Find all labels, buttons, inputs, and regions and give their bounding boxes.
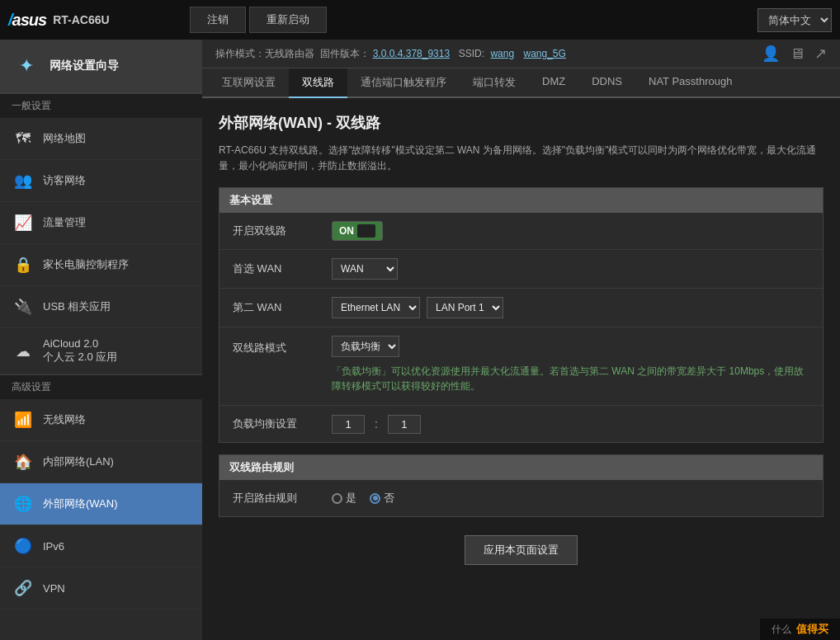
sidebar-item-vpn[interactable]: 🔗 VPN — [0, 567, 202, 609]
secondary-wan-type-select[interactable]: Ethernet LAN USB — [332, 297, 420, 318]
ssid1[interactable]: wang — [490, 48, 514, 59]
sidebar-item-label: 访客网络 — [43, 173, 86, 188]
primary-wan-control: WAN LAN — [332, 258, 809, 280]
reboot-button[interactable]: 重新启动 — [249, 7, 327, 33]
usb-icon: 🔌 — [12, 295, 35, 318]
mode-cell: 负载均衡 故障转移 「负载均衡」可以优化资源使用并最大化流通量。若首选与第二 W… — [332, 336, 809, 397]
main-layout: ✦ 网络设置向导 一般设置 🗺 网络地图 👥 访客网络 📈 流量管理 🔒 家长电… — [0, 40, 840, 640]
sidebar-item-wireless[interactable]: 📶 无线网络 — [0, 399, 202, 441]
secondary-wan-port-select[interactable]: LAN Port 1 LAN Port 2 LAN Port 3 LAN Por… — [427, 297, 503, 318]
vpn-icon: 🔗 — [12, 576, 35, 600]
basic-settings-header: 基本设置 — [219, 188, 823, 213]
routing-radio-no[interactable]: 否 — [370, 491, 394, 506]
enable-dualwan-control: ON — [332, 221, 809, 241]
lan-icon: 🏠 — [12, 450, 35, 473]
sidebar-item-label: IPv6 — [43, 540, 64, 553]
toggle-on-text: ON — [339, 225, 354, 237]
wan-icon: 🌐 — [12, 492, 35, 515]
bottom-prefix: 什么 — [772, 623, 791, 637]
routing-rules-section: 双线路由规则 开启路由规则 是 — [219, 454, 823, 517]
dualwan-mode-control: 负载均衡 故障转移 「负载均衡」可以优化资源使用并最大化流通量。若首选与第二 W… — [332, 336, 809, 397]
tab-internet[interactable]: 互联网设置 — [209, 68, 289, 98]
apply-section: 应用本页面设置 — [219, 529, 823, 565]
ipv6-icon: 🔵 — [12, 534, 35, 558]
language-select[interactable]: 简体中文 — [757, 8, 832, 32]
content-area: 操作模式：无线路由器 固件版本： 3.0.0.4.378_9313 SSID: … — [202, 40, 840, 640]
radio-yes-btn[interactable] — [332, 493, 342, 504]
ratio-val2-input[interactable] — [388, 415, 421, 434]
toggle-knob — [357, 224, 375, 238]
sidebar-item-traffic[interactable]: 📈 流量管理 — [0, 202, 202, 244]
primary-wan-label: 首选 WAN — [233, 261, 332, 276]
dualwan-mode-info: 「负载均衡」可以优化资源使用并最大化流通量。若首选与第二 WAN 之间的带宽差异… — [332, 360, 809, 397]
page-desc: RT-AC66U 支持双线路。选择"故障转移"模式设定第二 WAN 为备用网络。… — [219, 143, 823, 174]
monitor-icon[interactable]: 🖥 — [790, 45, 805, 63]
primary-wan-select[interactable]: WAN LAN — [332, 258, 398, 280]
info-bar: 操作模式：无线路由器 固件版本： 3.0.0.4.378_9313 SSID: … — [202, 40, 840, 68]
secondary-wan-control: Ethernet LAN USB LAN Port 1 LAN Port 2 L… — [332, 297, 809, 318]
sidebar-item-usb[interactable]: 🔌 USB 相关应用 — [0, 286, 202, 328]
model-name: RT-AC66U — [53, 13, 109, 26]
secondary-wan-row: 第二 WAN Ethernet LAN USB LAN Port 1 LAN P… — [219, 289, 823, 327]
tab-portforward[interactable]: 端口转发 — [460, 68, 529, 98]
ssid-label: SSID: — [453, 48, 487, 59]
loadbalance-settings-label: 负载均衡设置 — [233, 416, 332, 431]
network-map-icon: 🗺 — [12, 127, 35, 150]
sidebar-item-aicloud[interactable]: ☁ AiCloud 2.0个人云 2.0 应用 — [0, 328, 202, 374]
mode-select-row: 负载均衡 故障转移 — [332, 336, 809, 357]
logout-button[interactable]: 注销 — [190, 7, 246, 33]
dualwan-toggle[interactable]: ON — [332, 221, 383, 241]
sidebar-item-lan[interactable]: 🏠 内部网络(LAN) — [0, 441, 202, 483]
routing-rules-body: 开启路由规则 是 否 — [219, 480, 823, 516]
tab-dualwan[interactable]: 双线路 — [289, 68, 347, 98]
secondary-wan-label: 第二 WAN — [233, 300, 332, 315]
routing-rules-header: 双线路由规则 — [219, 455, 823, 480]
routing-radio-yes[interactable]: 是 — [332, 491, 356, 506]
loadbalance-settings-control: : — [332, 415, 809, 434]
bottom-logo: 值得买 — [796, 622, 828, 637]
sidebar-wizard[interactable]: ✦ 网络设置向导 — [0, 40, 202, 93]
tab-comm[interactable]: 通信端口触发程序 — [347, 68, 460, 98]
radio-no-btn[interactable] — [370, 493, 380, 504]
apply-button[interactable]: 应用本页面设置 — [465, 535, 578, 565]
basic-settings-section: 基本设置 开启双线路 ON — [219, 187, 823, 443]
wizard-label: 网络设置向导 — [50, 59, 119, 73]
ratio-val1-input[interactable] — [332, 415, 365, 434]
enable-dualwan-row: 开启双线路 ON — [219, 213, 823, 250]
sidebar-section-general: 一般设置 — [0, 93, 202, 118]
ratio-separator: : — [371, 417, 381, 431]
sidebar-item-label: 外部网络(WAN) — [43, 496, 118, 511]
sidebar-item-label: 流量管理 — [43, 215, 86, 230]
sidebar-item-ipv6[interactable]: 🔵 IPv6 — [0, 525, 202, 567]
top-right: 简体中文 — [757, 8, 832, 32]
enable-routing-control: 是 否 — [332, 491, 809, 506]
tab-ddns[interactable]: DDNS — [578, 68, 635, 98]
asus-logo: /asus — [8, 11, 46, 30]
sidebar-item-label: 网络地图 — [43, 131, 86, 146]
ssid2[interactable]: wang_5G — [523, 48, 565, 59]
sidebar-item-label: 家长电脑控制程序 — [43, 257, 129, 272]
primary-wan-row: 首选 WAN WAN LAN — [219, 250, 823, 289]
share-icon[interactable]: ↗ — [814, 45, 827, 63]
page-title: 外部网络(WAN) - 双线路 — [219, 113, 823, 133]
tabs-bar: 互联网设置 双线路 通信端口触发程序 端口转发 DMZ DDNS NAT Pas… — [202, 68, 840, 98]
logo-area: /asus RT-AC66U — [8, 11, 190, 30]
sidebar-item-label: 内部网络(LAN) — [43, 454, 114, 469]
toggle-on-indicator: ON — [332, 221, 383, 241]
sidebar-item-wan[interactable]: 🌐 外部网络(WAN) — [0, 483, 202, 525]
tab-nat[interactable]: NAT Passthrough — [635, 68, 745, 98]
radio-no-label: 否 — [384, 491, 394, 506]
user-icon[interactable]: 👤 — [762, 45, 780, 63]
enable-dualwan-label: 开启双线路 — [233, 224, 332, 238]
sidebar-item-parental[interactable]: 🔒 家长电脑控制程序 — [0, 244, 202, 286]
aicloud-icon: ☁ — [12, 340, 35, 363]
sidebar-item-network-map[interactable]: 🗺 网络地图 — [0, 118, 202, 160]
enable-routing-row: 开启路由规则 是 否 — [219, 480, 823, 516]
tab-dmz[interactable]: DMZ — [529, 68, 578, 98]
firmware-link[interactable]: 3.0.0.4.378_9313 — [373, 48, 450, 59]
sidebar-section-advanced: 高级设置 — [0, 374, 202, 399]
dualwan-mode-select[interactable]: 负载均衡 故障转移 — [332, 336, 399, 357]
sidebar-item-guest-network[interactable]: 👥 访客网络 — [0, 160, 202, 202]
routing-radio-group: 是 否 — [332, 491, 394, 506]
dualwan-mode-row: 双线路模式 负载均衡 故障转移 「负载均衡」可以优化资源使用并最大化流通量。若首… — [219, 327, 823, 406]
